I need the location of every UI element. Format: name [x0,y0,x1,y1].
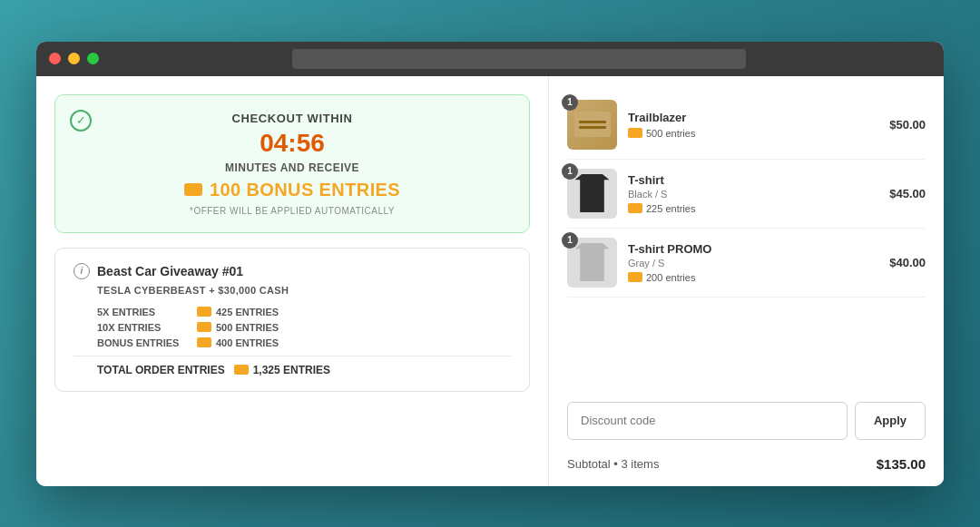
coin-icon-sm-1 [197,307,211,317]
item-info-1: Trailblazer 500 entries [628,111,878,139]
item-name-1: Trailblazer [628,111,878,124]
coin-icon-sm-3 [197,337,211,347]
entries-label-1: 5X ENTRIES [97,307,188,317]
item-image-wrapper-1: 1 [567,100,617,150]
bonus-entries-text: 100 BONUS ENTRIES [210,180,400,200]
countdown-timer: 04:56 [74,129,511,158]
subtotal-row: Subtotal • 3 items $135.00 [567,453,926,472]
coin-icon [184,183,202,196]
close-button[interactable] [49,53,61,64]
coin-icon-item-3 [628,272,642,282]
divider [74,356,511,356]
right-panel: 1 Trailblazer [549,76,944,486]
discount-input[interactable] [567,402,848,440]
item-image-wrapper-2: 1 [567,169,617,219]
address-bar[interactable] [292,49,746,69]
entries-label-2: 10X ENTRIES [97,322,188,333]
entries-row-3: BONUS ENTRIES 400 ENTRIES [97,337,511,348]
product-image-tshirt-black [575,174,610,212]
entries-value-1: 425 ENTRIES [197,307,279,317]
item-badge-3: 1 [562,232,578,249]
discount-section: Apply [567,402,926,440]
minutes-label: MINUTES AND RECEIVE [74,161,511,174]
countdown-box: ✓ CHECKOUT WITHIN 04:56 MINUTES AND RECE… [54,94,530,233]
item-image-wrapper-3: 1 [567,238,617,288]
total-row: TOTAL ORDER ENTRIES 1,325 ENTRIES [97,364,511,376]
info-icon: i [74,263,90,279]
entries-value-3: 400 ENTRIES [197,337,279,348]
item-info-2: T-shirt Black / S 225 entries [628,173,878,214]
minimize-button[interactable] [68,53,80,64]
item-entries-3: 200 entries [628,272,878,283]
item-variant-3: Gray / S [628,258,878,268]
browser-titlebar [36,42,944,76]
entries-value-2: 500 ENTRIES [197,322,279,333]
browser-content: ✓ CHECKOUT WITHIN 04:56 MINUTES AND RECE… [36,76,944,486]
item-price-3: $40.00 [889,256,926,269]
maximize-button[interactable] [87,53,99,64]
item-entries-1: 500 entries [628,128,878,139]
entries-table: 5X ENTRIES 425 ENTRIES 10X ENTRIES 500 E… [97,307,511,348]
item-badge-2: 1 [562,163,578,180]
coin-icon-sm-total [234,365,249,375]
item-info-3: T-shirt PROMO Gray / S 200 entries [628,242,878,283]
cart-item-1: 1 Trailblazer [567,91,926,160]
subtotal-label: Subtotal • 3 items [567,457,659,471]
subtotal-value: $135.00 [877,456,926,472]
cart-items: 1 Trailblazer [567,91,926,389]
cart-item-3: 1 T-shirt PROMO Gray / S 200 entries [567,229,926,298]
product-image-tshirt-gray [575,243,610,281]
item-price-1: $50.00 [889,118,926,132]
total-value: 1,325 ENTRIES [234,364,330,376]
entries-row-2: 10X ENTRIES 500 ENTRIES [97,322,511,333]
checkout-within-label: CHECKOUT WITHIN [74,112,511,125]
offer-note: *OFFER WILL BE APPLIED AUTOMATICALLY [74,206,511,216]
bonus-entries-row: 100 BONUS ENTRIES [74,180,511,200]
entries-label-3: BONUS ENTRIES [97,337,188,348]
item-badge-1: 1 [562,94,578,111]
item-name-3: T-shirt PROMO [628,242,878,256]
item-entries-2: 225 entries [628,203,878,214]
coin-icon-item-2 [628,203,642,213]
giveaway-title-row: i Beast Car Giveaway #01 [74,263,511,279]
item-name-2: T-shirt [628,173,878,187]
coin-icon-item-1 [628,128,642,138]
check-icon: ✓ [70,110,92,132]
browser-window: ✓ CHECKOUT WITHIN 04:56 MINUTES AND RECE… [36,42,944,486]
giveaway-box: i Beast Car Giveaway #01 TESLA CYBERBEAS… [54,248,530,392]
product-box [574,112,611,137]
apply-button[interactable]: Apply [855,402,926,440]
entries-row-1: 5X ENTRIES 425 ENTRIES [97,307,511,317]
item-variant-2: Black / S [628,189,878,200]
giveaway-subtitle: TESLA CYBERBEAST + $30,000 CASH [97,285,511,296]
item-price-2: $45.00 [889,187,926,200]
giveaway-name: Beast Car Giveaway #01 [97,264,243,278]
total-label: TOTAL ORDER ENTRIES [97,364,225,376]
left-panel: ✓ CHECKOUT WITHIN 04:56 MINUTES AND RECE… [36,76,549,486]
cart-item-2: 1 T-shirt Black / S 225 entries $45.0 [567,160,926,229]
coin-icon-sm-2 [197,322,211,332]
